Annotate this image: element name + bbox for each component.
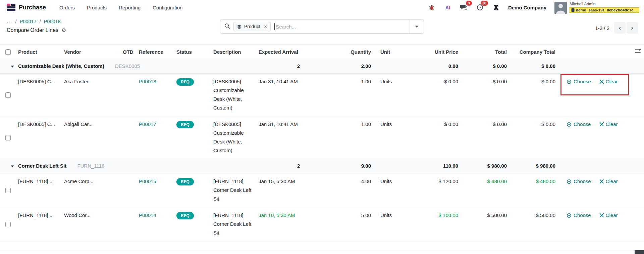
reference-link[interactable]: P00017 <box>139 121 156 127</box>
search-dropdown-toggle[interactable] <box>410 20 424 33</box>
choose-button[interactable]: Choose <box>567 77 591 86</box>
text-cursor <box>274 23 275 30</box>
clear-x-icon <box>600 122 604 126</box>
col-reference[interactable]: Reference <box>137 45 174 59</box>
group-total: $ 980.00 <box>463 159 512 173</box>
bug-icon[interactable] <box>428 3 436 11</box>
database-badge: demo_saas-191_8ebe2bd4dc1e... <box>570 7 639 13</box>
table-row[interactable]: [DESK0005] C... Aka Foster P00018 RFQ [D… <box>0 74 644 116</box>
reference-link[interactable]: P00015 <box>139 178 156 184</box>
choose-button[interactable]: Choose <box>567 211 591 220</box>
bullseye-icon <box>567 213 572 218</box>
description-cell: [FURN_1118] Corner Desk Left Sit <box>211 207 257 241</box>
group-caret-icon[interactable] <box>11 66 14 68</box>
control-panel: ... / P00017 / P00018 Compare Order Line… <box>0 15 644 44</box>
table-row[interactable]: [DESK0005] C... Abigail Car... P00017 RF… <box>0 116 644 159</box>
activities-clock-icon[interactable]: 28 <box>476 3 484 11</box>
messages-icon[interactable]: 9 <box>460 3 468 11</box>
menu-products[interactable]: Products <box>87 5 107 10</box>
row-checkbox[interactable] <box>5 135 11 140</box>
group-row[interactable]: Customizable Desk (White, Custom) DESK00… <box>0 59 644 74</box>
reference-link[interactable]: P00014 <box>139 212 156 218</box>
clear-button[interactable]: Clear <box>600 177 618 186</box>
search-bar[interactable]: Product ✕ Search... <box>220 19 424 34</box>
pager-previous-button[interactable]: ‹ <box>614 22 626 34</box>
bottom-corner-block <box>635 250 644 254</box>
breadcrumb-separator: / <box>40 19 41 24</box>
product-cell: [DESK0005] C... <box>16 116 62 159</box>
menu-configuration[interactable]: Configuration <box>153 5 182 10</box>
col-vendor[interactable]: Vendor <box>62 45 121 59</box>
clear-button[interactable]: Clear <box>600 77 618 86</box>
optional-columns-icon[interactable] <box>635 49 641 55</box>
ai-icon[interactable]: AI <box>444 3 452 11</box>
total-cell: $ 0.00 <box>463 116 512 159</box>
total-cell: $ 500.00 <box>463 207 512 241</box>
col-status[interactable]: Status <box>174 45 211 59</box>
otd-cell <box>121 207 137 241</box>
action-menu-gear-icon[interactable]: ⚙ <box>62 27 66 33</box>
col-actions <box>560 45 631 59</box>
user-name: Mitchell Admin <box>570 2 595 7</box>
purchase-app-icon[interactable] <box>7 3 15 12</box>
pager: 1-2 / 2 ‹ › <box>595 22 638 34</box>
row-checkbox[interactable] <box>5 222 11 227</box>
expected-arrival-cell: Jan 15, 5:30 AM <box>257 173 315 207</box>
choose-button[interactable]: Choose <box>567 120 591 129</box>
search-input[interactable]: Search... <box>276 24 296 30</box>
group-total: $ 0.00 <box>463 59 512 74</box>
quantity-cell: 5.00 <box>315 207 376 241</box>
pager-next-button[interactable]: › <box>627 22 638 34</box>
group-quantity: 2.00 <box>315 59 376 74</box>
compare-order-lines-table: Product Vendor OTD Reference Status Desc… <box>0 44 644 241</box>
table-row[interactable]: [FURN_1118] ... Acme Corp... P00015 RFQ … <box>0 173 644 207</box>
choose-button[interactable]: Choose <box>567 177 591 186</box>
col-expected-arrival[interactable]: Expected Arrival <box>257 45 315 59</box>
search-facet-product[interactable]: Product ✕ <box>233 22 271 31</box>
apps-icon[interactable] <box>492 3 500 11</box>
breadcrumb-p00017[interactable]: P00017 <box>20 19 37 24</box>
description-cell: [DESK0005] Customizable Desk (White, Cus… <box>211 74 257 116</box>
group-row[interactable]: Corner Desk Left Sit FURN_1118 2 9.00 11… <box>0 159 644 173</box>
unit-price-cell: $ 120.00 <box>408 173 463 207</box>
clear-x-icon <box>600 179 604 183</box>
col-otd[interactable]: OTD <box>121 45 137 59</box>
topbar: Purchase Orders Products Reporting Confi… <box>0 0 644 15</box>
menu-orders[interactable]: Orders <box>59 5 75 10</box>
row-checkbox[interactable] <box>5 92 11 98</box>
table-row[interactable]: [FURN_1118] ... Wood Cor... P00014 RFQ [… <box>0 207 644 241</box>
clear-button[interactable]: Clear <box>600 120 618 129</box>
product-cell: [DESK0005] C... <box>16 74 62 116</box>
breadcrumb-p00018[interactable]: P00018 <box>44 19 61 24</box>
unit-price-cell: $ 0.00 <box>408 74 463 116</box>
product-cell: [FURN_1118] ... <box>16 173 62 207</box>
group-caret-icon[interactable] <box>11 165 14 168</box>
avatar <box>554 2 567 14</box>
product-cell: [FURN_1118] ... <box>16 207 62 241</box>
col-company-total[interactable]: Company Total <box>512 45 560 59</box>
col-unit[interactable]: Unit <box>376 45 408 59</box>
menu-reporting[interactable]: Reporting <box>119 5 141 10</box>
col-quantity[interactable]: Quantity <box>315 45 376 59</box>
company-total-cell: $ 0.00 <box>512 116 560 159</box>
app-name[interactable]: Purchase <box>19 4 46 11</box>
group-quantity: 9.00 <box>315 159 376 173</box>
select-all-checkbox[interactable] <box>5 49 11 55</box>
company-switcher[interactable]: Demo Company <box>508 5 546 10</box>
clear-button[interactable]: Clear <box>600 211 618 220</box>
messages-badge: 9 <box>466 1 472 6</box>
status-badge: RFQ <box>176 121 194 128</box>
facet-remove-icon[interactable]: ✕ <box>264 24 267 29</box>
reference-link[interactable]: P00018 <box>139 79 156 84</box>
status-badge: RFQ <box>176 212 194 219</box>
group-count: 2 <box>257 159 315 173</box>
col-unit-price[interactable]: Unit Price <box>408 45 463 59</box>
group-unit-price: 110.00 <box>408 159 463 173</box>
unit-cell: Units <box>376 74 408 116</box>
user-menu[interactable]: Mitchell Admin demo_saas-191_8ebe2bd4dc1… <box>554 1 639 14</box>
col-total[interactable]: Total <box>463 45 512 59</box>
col-product[interactable]: Product <box>16 45 62 59</box>
col-description[interactable]: Description <box>211 45 257 59</box>
breadcrumb-ellipsis[interactable]: ... <box>7 19 12 24</box>
row-checkbox[interactable] <box>5 188 11 193</box>
